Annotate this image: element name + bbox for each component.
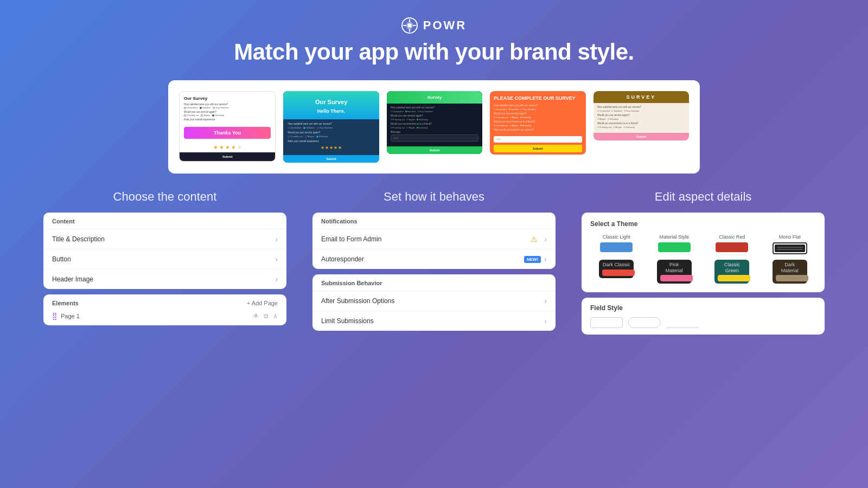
classic-light-title: Our Survey [184,96,271,101]
autoresponder-label: Autoresponder [321,255,364,263]
form-admin-row[interactable]: Email to Form Admin ⚠ › [312,229,556,249]
main-headline: Match your app with your brand style. [0,39,868,65]
powr-logo-icon [401,17,418,34]
theme-classic-green-label: Classic Green [718,262,746,274]
button-label: Button [52,255,71,263]
field-style-options [590,317,816,328]
button-chevron: › [275,255,278,264]
new-badge: NEW! [524,256,541,263]
aspect-column: Edit aspect details Select a Theme Class… [582,190,825,336]
elements-panel: Elements + Add Page ⣿ Page 1 👁 ⧉ ∧ [43,294,286,325]
theme-classic-red-label: Classic Red [719,234,745,240]
content-column-heading: Choose the content [43,190,286,204]
submission-header: Submission Behavior [312,274,556,291]
submission-panel: Submission Behavior After Submission Opt… [312,274,556,331]
theme-material-style[interactable]: Material Style [648,234,701,254]
theme-classic-green[interactable]: Classic Green [706,260,758,284]
survey-card-teal: Our Survey Hello There. How satisfied we… [283,91,379,163]
theme-dark-classic[interactable]: Dark Classic [590,260,643,284]
title-description-row[interactable]: Title & Description › [43,229,286,249]
add-page-button[interactable]: + Add Page [247,300,278,306]
after-submission-row[interactable]: After Submission Options › [312,291,556,311]
title-description-label: Title & Description [52,235,105,243]
field-style-opt-2[interactable] [628,317,661,328]
autoresponder-chevron: › [544,255,547,264]
survey-card-orange: PLEASE COMPLETE OUR SURVEY How satisfied… [490,91,585,155]
theme-classic-light[interactable]: Classic Light [590,234,643,254]
elements-header: Elements [52,300,79,306]
form-admin-chevron: › [544,235,547,243]
page1-label: Page 1 [61,313,80,319]
header-image-label: Header Image [52,275,93,283]
behavior-column: Set how it behaves Notifications Email t… [312,190,556,336]
survey-card-classic-light: Our Survey How satisfied were you with o… [179,91,276,162]
bottom-section: Choose the content Content Title & Descr… [0,190,868,336]
content-panel: Content Title & Description › Button › H… [43,213,286,289]
field-style-opt-1[interactable] [590,317,623,328]
theme-dark-material[interactable]: Dark Material [764,260,816,284]
theme-dark-classic-label: Dark Classic [602,262,630,268]
field-style-panel: Field Style [582,298,825,335]
dark-submit[interactable]: Submit [387,146,482,154]
theme-panel: Select a Theme Classic Light Material St… [582,213,825,292]
logo: POWR [0,17,868,34]
form-admin-label: Email to Form Admin [321,235,381,243]
previews-container: Our Survey How satisfied were you with o… [168,80,700,174]
theme-grid: Classic Light Material Style Classic Red… [590,234,816,284]
thanks-banner: Thanks You [184,127,271,139]
field-style-title: Field Style [590,304,816,312]
warning-icon: ⚠ [531,235,538,243]
up-icon[interactable]: ∧ [273,312,278,320]
header-image-row[interactable]: Header Image › [43,269,286,289]
notifications-header: Notifications [312,213,556,229]
after-submission-label: After Submission Options [321,297,394,305]
orange-submit[interactable]: Submit [494,145,582,152]
limit-submissions-chevron: › [544,317,547,325]
theme-title: Select a Theme [590,220,816,228]
aspect-column-heading: Edit aspect details [582,190,825,204]
theme-mono-flat-label: Mono Flat [779,234,801,240]
after-submission-chevron: › [544,297,547,305]
header-image-chevron: › [275,275,278,284]
theme-mono-flat[interactable]: Mono Flat [764,234,816,254]
logo-text: POWR [423,18,467,33]
copy-icon[interactable]: ⧉ [264,312,269,320]
page-header: POWR Match your app with your brand styl… [0,0,868,65]
button-row[interactable]: Button › [43,249,286,269]
teal-submit[interactable]: Submit [283,155,379,163]
survey-card-beige: SURVEY How satisfied were you with our s… [593,91,689,140]
theme-material-style-label: Material Style [659,234,689,240]
theme-classic-red[interactable]: Classic Red [706,234,758,254]
theme-pink-material-label: Pink Material [660,262,688,274]
content-column: Choose the content Content Title & Descr… [43,190,286,336]
limit-submissions-row[interactable]: Limit Submissions › [312,311,556,331]
field-style-opt-3[interactable] [666,317,699,328]
survey-card-dark: Survey How satisfied were you with our s… [387,91,482,154]
page-icons: 👁 ⧉ ∧ [253,312,278,320]
autoresponder-row[interactable]: Autoresponder NEW! › [312,249,556,269]
svg-point-1 [407,23,412,28]
theme-dark-material-label: Dark Material [776,262,804,274]
content-section-header: Content [43,213,286,229]
behavior-column-heading: Set how it behaves [312,190,556,204]
notifications-panel: Notifications Email to Form Admin ⚠ › Au… [312,213,556,269]
classic-submit[interactable]: Submit [180,152,275,161]
beige-submit[interactable]: Submit [593,133,689,140]
eye-icon[interactable]: 👁 [253,312,259,320]
theme-pink-material[interactable]: Pink Material [648,260,701,284]
limit-submissions-label: Limit Submissions [321,317,374,325]
title-description-chevron: › [275,235,278,243]
theme-classic-light-label: Classic Light [603,234,630,240]
